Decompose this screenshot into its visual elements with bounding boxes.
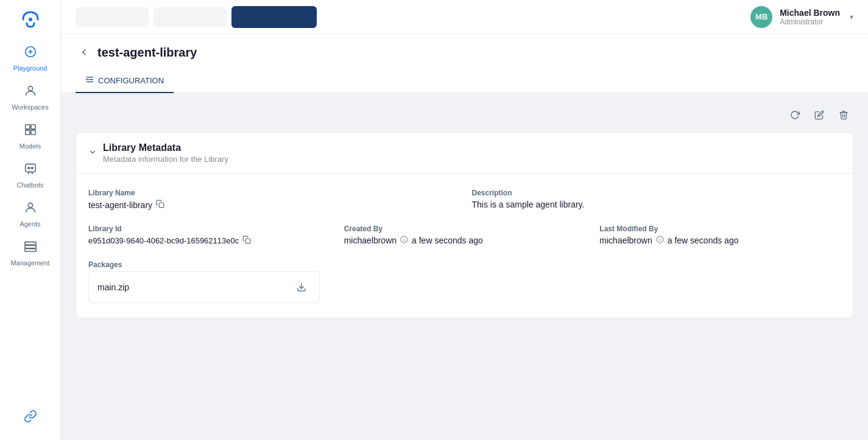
svg-rect-12 [24,245,35,248]
last-modified-field: Last Modified By michaelbrown a few se [599,225,841,246]
main-content: placeholder MB Michael Brown Administrat… [61,0,868,440]
svg-rect-7 [25,164,35,172]
app-logo [16,5,45,34]
last-modified-user: michaelbrown [599,236,652,245]
sidebar-item-workspaces[interactable]: Workspaces [0,78,60,117]
sidebar-item-label: Playground [13,65,48,72]
created-by-value: michaelbrown a few seconds ago [344,236,585,245]
card-title: Library Metadata [103,142,228,153]
sidebar-item-label: Chatbots [16,181,43,189]
library-id-text: e951d039-9640-4062-bc9d-165962113e0c [88,236,239,245]
sidebar-item-label: Workspaces [12,103,48,111]
svg-rect-4 [30,125,35,129]
top-bar-right: MB Michael Brown Administrator ▾ [750,6,853,28]
library-name-text: test-agent-library [88,200,152,210]
management-icon [24,240,37,257]
sidebar: Playground Workspaces Models [0,0,61,440]
playground-icon [24,45,37,62]
user-role: Administrator [780,18,840,26]
svg-point-10 [28,203,32,208]
svg-rect-5 [25,130,29,134]
last-modified-label: Last Modified By [599,225,841,233]
library-id-value: e951d039-9640-4062-bc9d-165962113e0c [88,236,330,246]
copy-library-name-icon[interactable] [156,200,164,210]
svg-rect-19 [245,239,250,243]
workspaces-icon [24,84,37,101]
svg-rect-11 [24,242,35,245]
package-box: main.zip [88,271,320,303]
edit-button[interactable] [810,105,829,125]
svg-rect-6 [30,130,35,134]
library-name-field: Library Name test-agent-library [88,189,457,210]
tab-configuration-label: CONFIGURATION [98,76,164,85]
chatbots-icon [24,162,37,179]
sidebar-item-chatbots[interactable]: Chatbots [0,156,60,195]
collapse-icon [88,148,97,158]
top-bar: placeholder MB Michael Brown Administrat… [61,0,868,34]
last-modified-info-icon [656,236,664,245]
copy-library-id-icon[interactable] [242,236,251,246]
sidebar-item-label: Management [10,259,49,267]
configuration-tab-icon [85,75,94,86]
packages-label: Packages [88,260,841,269]
svg-point-17 [86,79,88,80]
user-name: Michael Brown [780,8,840,18]
models-icon [24,123,37,140]
content-area: Library Metadata Metadata information fo… [61,93,868,440]
top-bar-left: placeholder [76,6,317,28]
created-by-user: michaelbrown [344,236,397,245]
user-menu-chevron[interactable]: ▾ [850,13,853,21]
sidebar-item-label: Agents [19,220,40,228]
sidebar-item-label: Models [19,142,41,150]
svg-rect-18 [159,203,164,208]
download-button[interactable] [292,278,311,296]
card-subtitle: Metadata information for the Library [103,155,228,164]
svg-rect-3 [25,125,29,129]
form-row-1: Library Name test-agent-library [88,189,841,210]
back-button[interactable] [76,44,93,61]
svg-rect-13 [24,249,35,252]
library-id-label: Library Id [88,225,330,233]
created-by-field: Created By michaelbrown a few seconds [344,225,585,246]
sidebar-bottom [19,403,42,433]
library-name-label: Library Name [88,189,457,197]
description-field: Description This is a sample agent libra… [472,189,841,210]
last-modified-value: michaelbrown a few seconds ago [599,236,841,245]
svg-point-9 [31,167,33,169]
card-body: Library Name test-agent-library [76,174,853,318]
avatar: MB [750,6,772,28]
package-name: main.zip [97,282,129,292]
last-modified-time: a few seconds ago [668,236,739,245]
delete-button[interactable] [834,105,853,125]
links-icon [24,410,37,427]
svg-point-8 [27,167,29,169]
description-value: This is a sample agent library. [472,200,841,209]
sidebar-item-playground[interactable]: Playground [0,39,60,78]
page-header: test-agent-library CONFIGURATION [61,34,868,93]
page-title: test-agent-library [97,46,197,60]
svg-point-2 [28,86,32,91]
svg-point-0 [29,18,32,21]
sidebar-item-management[interactable]: Management [0,234,60,273]
library-metadata-card: Library Metadata Metadata information fo… [76,132,853,318]
sidebar-item-links[interactable] [19,403,42,433]
form-row-2: Library Id e951d039-9640-4062-bc9d-16596… [88,225,841,246]
sidebar-item-agents[interactable]: Agents [0,195,60,234]
description-label: Description [472,189,841,197]
created-by-time: a few seconds ago [412,236,483,245]
packages-field: Packages main.zip [88,260,841,303]
tab-bar: CONFIGURATION [76,68,853,93]
breadcrumb: test-agent-library [76,44,853,61]
description-text: This is a sample agent library. [472,200,585,209]
toolbar [76,105,853,125]
user-info: Michael Brown Administrator [780,8,840,26]
refresh-button[interactable] [785,105,805,125]
tab-configuration[interactable]: CONFIGURATION [76,69,174,93]
created-by-label: Created By [344,225,585,233]
library-name-value: test-agent-library [88,200,457,210]
sidebar-item-models[interactable]: Models [0,117,60,156]
card-header[interactable]: Library Metadata Metadata information fo… [76,133,853,174]
agents-icon [24,201,37,218]
created-by-info-icon [400,236,408,245]
library-id-field: Library Id e951d039-9640-4062-bc9d-16596… [88,225,330,246]
